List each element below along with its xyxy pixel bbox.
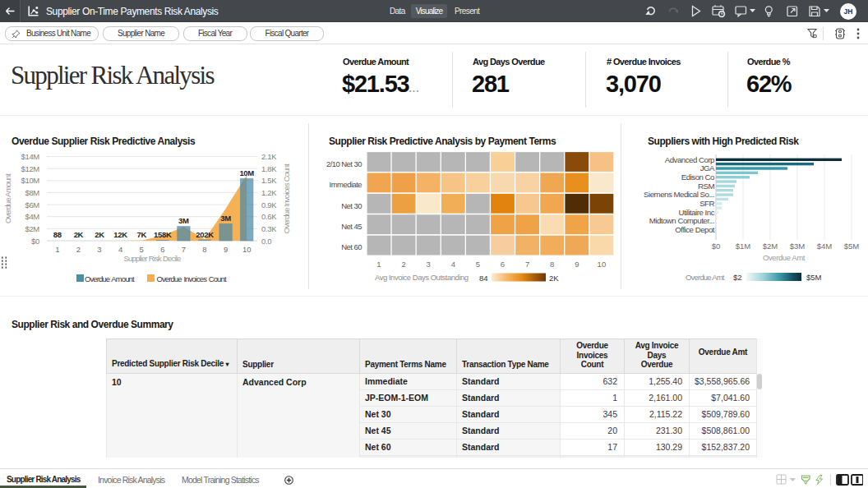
svg-text:10M: 10M <box>239 168 254 177</box>
svg-text:2: 2 <box>76 245 81 254</box>
svg-text:Office Depot: Office Depot <box>675 225 714 234</box>
svg-text:2K: 2K <box>74 230 84 239</box>
svg-text:1.2K: 1.2K <box>261 188 277 197</box>
svg-text:$12M: $12M <box>21 164 39 173</box>
svg-text:Overdue Amount: Overdue Amount <box>85 274 135 283</box>
svg-text:Net 60: Net 60 <box>341 242 362 251</box>
svg-text:1.8K: 1.8K <box>261 164 277 173</box>
svg-text:Siemens Medical So...: Siemens Medical So... <box>644 190 714 199</box>
svg-text:2.1K: 2.1K <box>261 152 277 161</box>
svg-text:0.3K: 0.3K <box>261 224 277 233</box>
svg-text:Overdue Invoices Count: Overdue Invoices Count <box>282 163 291 233</box>
svg-text:$2: $2 <box>733 273 742 282</box>
svg-text:$10M: $10M <box>21 176 39 185</box>
svg-text:3M: 3M <box>220 214 231 223</box>
svg-text:$4M: $4M <box>25 212 39 221</box>
svg-text:Overdue Amount: Overdue Amount <box>3 173 12 223</box>
svg-text:1.5K: 1.5K <box>261 176 277 185</box>
svg-text:Suppliers with High Predicted: Suppliers with High Predicted Risk <box>648 136 799 147</box>
svg-text:6: 6 <box>501 260 505 269</box>
svg-text:8: 8 <box>550 260 554 269</box>
svg-text:$0: $0 <box>31 237 39 246</box>
svg-text:0.9K: 0.9K <box>261 200 277 209</box>
svg-text:$4M: $4M <box>817 242 833 251</box>
svg-text:3: 3 <box>427 260 431 269</box>
svg-text:Utilitaire Inc: Utilitaire Inc <box>678 208 714 217</box>
svg-text:0.6K: 0.6K <box>261 212 277 221</box>
svg-text:$2M: $2M <box>25 224 39 233</box>
svg-text:Edison Co: Edison Co <box>681 173 714 182</box>
svg-text:Supplier Risk Decile: Supplier Risk Decile <box>123 254 181 263</box>
svg-text:$2M: $2M <box>763 242 778 251</box>
svg-text:$3M: $3M <box>790 242 806 251</box>
svg-text:Midtown Computer...: Midtown Computer... <box>649 216 714 225</box>
svg-text:Overdue Supplier Risk Predicti: Overdue Supplier Risk Predictive Analysi… <box>12 136 196 147</box>
svg-text:84: 84 <box>479 274 488 283</box>
svg-text:12K: 12K <box>113 230 127 239</box>
svg-text:6: 6 <box>160 245 164 254</box>
svg-text:2/10 Net 30: 2/10 Net 30 <box>326 159 362 168</box>
svg-text:4: 4 <box>118 245 122 254</box>
svg-text:202K: 202K <box>196 230 214 239</box>
svg-text:SFR: SFR <box>699 199 714 208</box>
svg-text:Immediate: Immediate <box>330 180 362 189</box>
svg-text:2K: 2K <box>549 274 559 283</box>
svg-text:JGA: JGA <box>700 163 715 173</box>
svg-text:10: 10 <box>242 245 252 254</box>
svg-text:0.0: 0.0 <box>261 237 271 246</box>
svg-text:5: 5 <box>140 245 144 254</box>
svg-text:7: 7 <box>525 260 529 269</box>
svg-text:Overdue Amt: Overdue Amt <box>686 273 725 282</box>
svg-text:1: 1 <box>55 245 59 254</box>
svg-text:2K: 2K <box>95 230 104 239</box>
svg-text:Net 30: Net 30 <box>341 201 362 210</box>
svg-text:8: 8 <box>202 245 206 254</box>
svg-text:Overdue Amt: Overdue Amt <box>763 253 806 262</box>
svg-text:Avg Invoice Days Outstanding: Avg Invoice Days Outstanding <box>375 273 469 282</box>
svg-text:3: 3 <box>97 245 101 254</box>
svg-text:Advanced Corp: Advanced Corp <box>665 155 714 164</box>
svg-text:10: 10 <box>598 260 607 269</box>
svg-text:$1M: $1M <box>736 242 751 251</box>
svg-text:3M: 3M <box>178 216 189 225</box>
svg-text:$0: $0 <box>712 242 721 251</box>
svg-text:Net 45: Net 45 <box>341 222 362 231</box>
svg-text:7K: 7K <box>136 230 146 239</box>
svg-text:1: 1 <box>376 260 381 269</box>
svg-text:7: 7 <box>182 245 186 254</box>
svg-text:9: 9 <box>575 260 579 269</box>
svg-text:$14M: $14M <box>21 152 39 161</box>
svg-text:$8M: $8M <box>25 188 39 197</box>
svg-text:88: 88 <box>53 230 62 239</box>
svg-text:$5M: $5M <box>844 242 860 251</box>
svg-text:Supplier Risk Predictive Analy: Supplier Risk Predictive Analysis by Pay… <box>329 136 556 147</box>
svg-text:2: 2 <box>401 260 405 269</box>
svg-text:158K: 158K <box>154 230 172 239</box>
svg-text:9: 9 <box>224 245 228 254</box>
svg-text:$5M: $5M <box>806 273 822 282</box>
svg-text:5: 5 <box>476 260 480 269</box>
svg-text:$6M: $6M <box>25 200 39 209</box>
svg-text:RSM: RSM <box>698 182 714 191</box>
svg-text:Overdue Invoices Count: Overdue Invoices Count <box>157 274 227 283</box>
svg-text:4: 4 <box>451 260 455 269</box>
